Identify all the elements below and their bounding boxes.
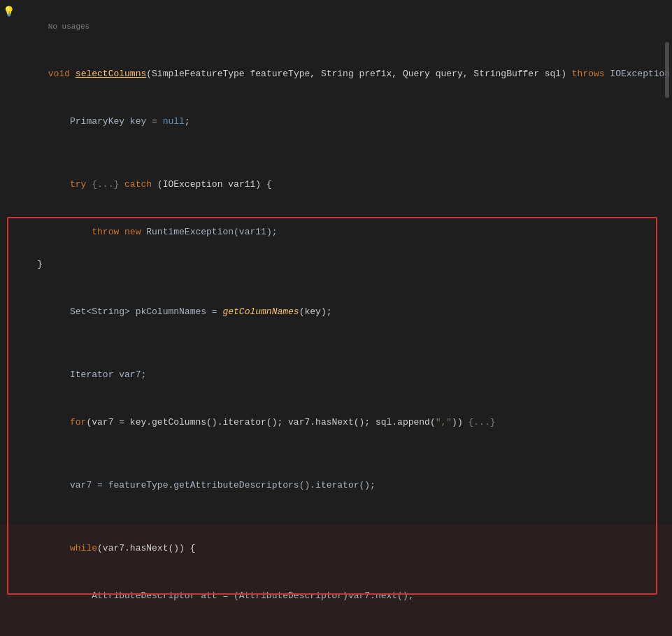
try-ellipsis: {...} [92,179,119,190]
attr-desc-line: AttributeDescriptor att = (AttributeDesc… [0,572,672,620]
var7-assign-text: var7 = featureType.getAttributeDescripto… [48,480,376,490]
var7-assign-line: var7 = featureType.getAttributeDescripto… [0,462,672,509]
null-kw-1: null [163,116,185,127]
semi-1: ; [185,116,190,127]
lightbulb-icon[interactable]: 💡 [3,6,15,17]
new-keyword: new [124,227,146,237]
throws-keyword: throws [572,69,610,79]
while-line: while(var7.hasNext()) { [0,525,672,572]
col-name-line: String columnName = att.getLocalName(); [0,620,672,636]
throw-keyword: throw [48,227,124,237]
runtime-ex-text: RuntimeException(var11); [146,227,277,237]
blank-2 [0,273,672,288]
for-comma-str: "," [436,417,452,427]
no-usages-text: No usages [48,22,90,31]
for-keyword: for [48,417,87,427]
attr-desc-text: AttributeDescriptor att = (AttributeDesc… [48,591,414,601]
set-string-text: Set<String> pkColumnNames = [48,306,223,317]
for-close: )) [452,417,468,427]
try-catch-line: try {...} catch (IOException var11) { [0,161,672,209]
exception-text: IOException { [610,69,672,79]
code-editor: 💡 No usages void selectColumns(SimpleFea… [0,0,672,636]
void-keyword: void [48,69,76,79]
blank-3 [0,336,672,351]
no-usages-line: No usages [0,3,672,50]
iterator-text: Iterator var7; [48,369,146,380]
scrollbar-thumb[interactable] [665,42,669,98]
catch-keyword: catch [119,179,157,190]
throw-line: throw new RuntimeException(var11); [0,209,672,256]
blank-5 [0,509,672,525]
method-signature-line: void selectColumns(SimpleFeatureType fea… [0,50,672,98]
get-col-names-args: (key); [299,306,332,317]
primarykey-text: PrimaryKey key = [48,116,163,127]
try-keyword: try [48,179,92,190]
get-col-names-text: getColumnNames [222,306,299,317]
for-init: (var7 = key.getColumns().iterator(); var… [86,417,435,427]
iterator-line: Iterator var7; [0,351,672,399]
set-string-line: Set<String> pkColumnNames = getColumnNam… [0,288,672,336]
try-close-brace: } [0,256,672,273]
while-cond: (var7.hasNext()) { [97,543,195,553]
blank-1 [0,146,672,161]
primarykey-line: PrimaryKey key = null; [0,98,672,146]
params-text: (SimpleFeatureType featureType, String p… [146,69,572,79]
for-body: {...} [469,417,496,427]
while-keyword: while [48,543,97,553]
for-loop-line: for(var7 = key.getColumns().iterator(); … [0,399,672,446]
blank-4 [0,446,672,462]
method-name-text: selectColumns [76,69,146,79]
catch-params: (IOException var11) { [157,179,272,190]
